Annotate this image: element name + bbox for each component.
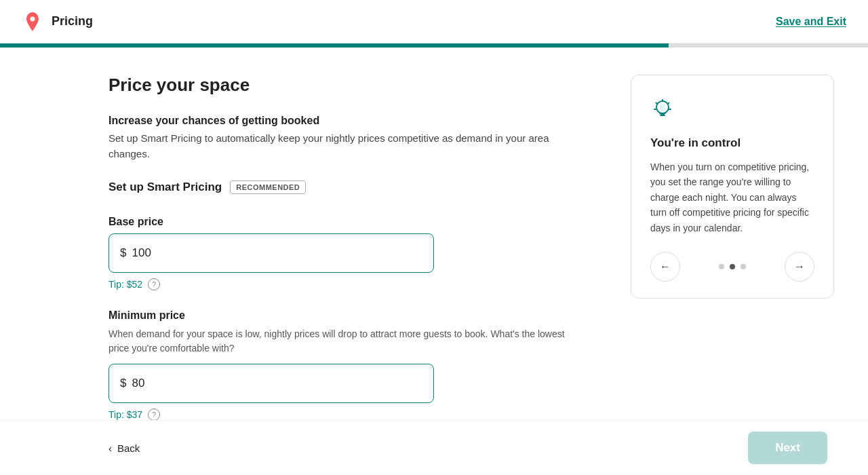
card-nav: ← → [650,252,814,282]
smart-pricing-label: Set up Smart Pricing [108,180,222,194]
back-label: Back [117,442,140,454]
base-price-tip: Tip: $52 [108,279,142,290]
main-content: Price your space Increase your chances o… [0,48,868,475]
min-price-tip-icon[interactable]: ? [148,408,160,421]
back-chevron-icon: ‹ [108,442,112,454]
min-price-input-wrapper: $ [108,364,434,403]
bulb-icon-wrapper [650,97,814,124]
right-panel: You're in control When you turn on compe… [610,48,868,475]
base-price-currency: $ [120,246,126,260]
min-price-tip: Tip: $37 [108,409,142,420]
page-title: Price your space [108,75,570,96]
prev-arrow-icon: ← [660,261,671,273]
dot-3 [741,264,746,269]
card-next-button[interactable]: → [785,252,814,282]
intro-section: Increase your chances of getting booked … [108,115,570,180]
intro-description: Set up Smart Pricing to automatically ke… [108,131,570,162]
card-prev-button[interactable]: ← [650,252,680,282]
back-button[interactable]: ‹ Back [108,442,140,454]
airbnb-logo-icon [22,11,43,33]
base-price-input[interactable] [132,246,422,260]
intro-heading: Increase your chances of getting booked [108,115,570,127]
base-price-label: Base price [108,216,570,228]
info-card-title: You're in control [650,136,814,150]
min-price-label: Minimum price [108,309,570,322]
min-price-input[interactable] [132,377,422,390]
save-exit-button[interactable]: Save and Exit [776,16,846,28]
svg-rect-1 [660,113,665,115]
info-card-body: When you turn on competitive pricing, yo… [650,159,814,235]
left-panel: Price your space Increase your chances o… [0,48,610,475]
base-price-input-wrapper: $ [108,233,434,273]
recommended-badge: RECOMMENDED [230,180,306,194]
header: Pricing Save and Exit [0,0,868,43]
min-price-currency: $ [120,377,126,390]
svg-point-2 [659,104,666,111]
page-header-title: Pricing [52,14,93,28]
next-arrow-icon: → [794,261,805,273]
dot-1 [719,264,724,269]
smart-pricing-row: Set up Smart Pricing RECOMMENDED [108,180,570,194]
bottom-nav: ‹ Back Next [0,420,868,475]
header-left: Pricing [22,11,93,33]
card-dots [719,264,746,269]
info-card: You're in control When you turn on compe… [631,75,834,299]
base-price-tip-row: Tip: $52 ? [108,278,570,290]
dot-2 [730,264,735,269]
min-price-tip-row: Tip: $37 ? [108,408,570,421]
next-button[interactable]: Next [748,432,827,464]
base-price-tip-icon[interactable]: ? [148,278,160,290]
base-price-section: Base price $ Tip: $52 ? [108,216,570,309]
min-price-description: When demand for your space is low, night… [108,327,570,356]
lightbulb-icon [650,97,675,121]
